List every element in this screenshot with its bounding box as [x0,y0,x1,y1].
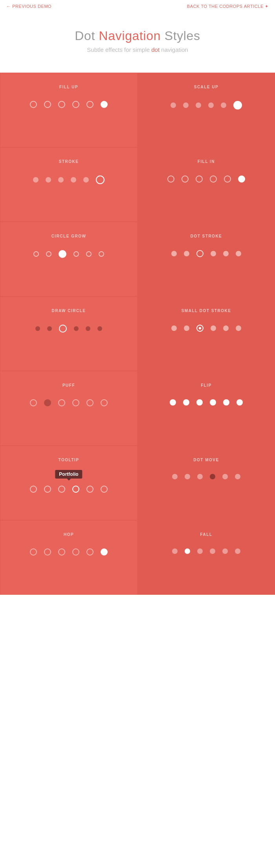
dot[interactable] [58,548,65,556]
dot[interactable] [171,325,177,331]
dot[interactable] [167,175,174,183]
dot[interactable] [72,101,79,108]
dot[interactable] [30,399,37,406]
dot[interactable] [44,548,51,556]
dot[interactable] [223,325,229,331]
dot-active[interactable] [196,325,204,332]
dot[interactable] [86,101,94,108]
dot[interactable] [185,474,190,479]
dot[interactable] [197,474,203,479]
dot[interactable] [211,325,216,331]
dot[interactable] [223,399,229,406]
dot[interactable] [101,399,108,406]
demo-title-small-dot-stroke: SMALL DOT STROKE [182,309,231,313]
dot[interactable] [74,326,79,331]
dot-active[interactable] [72,486,79,493]
dots-hop [30,548,108,556]
dot-active[interactable] [210,474,215,479]
dot[interactable] [46,177,51,183]
dot[interactable] [33,251,39,257]
dot[interactable] [210,175,217,183]
dot[interactable] [236,399,243,406]
dot[interactable] [211,251,216,256]
dot[interactable] [196,399,203,406]
dot[interactable] [33,177,38,183]
dot[interactable] [35,326,40,331]
dot[interactable] [183,102,189,108]
dot[interactable] [224,175,231,183]
dot[interactable] [30,486,37,493]
dot[interactable] [99,251,104,257]
dot[interactable] [184,325,189,331]
dot-active[interactable] [185,548,190,554]
dot[interactable] [182,175,189,183]
dot[interactable] [73,251,79,257]
dot[interactable] [171,251,177,256]
dot[interactable] [44,101,51,108]
prev-demo-link[interactable]: PREVIOUS DEMO [6,4,51,9]
dot[interactable] [72,399,79,406]
demo-dot-stroke: DOT STROKE [138,222,275,296]
dot[interactable] [208,102,214,108]
dot[interactable] [86,486,94,493]
back-to-article-link[interactable]: BACK TO THE CODROPS ARTICLE [187,4,269,9]
dot-active[interactable] [238,175,245,183]
dot[interactable] [170,102,176,108]
dot-active[interactable] [101,101,108,108]
dot[interactable] [71,177,76,183]
dot[interactable] [236,251,241,256]
dot[interactable] [44,486,51,493]
dot[interactable] [58,177,64,183]
dot[interactable] [58,101,65,108]
dot-active[interactable] [96,175,104,184]
demo-title-dot-stroke: DOT STROKE [191,234,222,238]
dot[interactable] [236,325,241,331]
dot-active[interactable] [233,101,242,110]
dot[interactable] [196,102,201,108]
dot[interactable] [72,548,79,556]
dot[interactable] [223,251,229,256]
dot-active[interactable] [59,325,67,333]
demo-fall: FALL [138,520,275,595]
dot[interactable] [46,251,51,257]
dot[interactable] [97,326,102,331]
dot-active[interactable] [196,250,204,257]
title-highlight: Navigation [99,29,161,43]
dot-active[interactable] [101,548,108,556]
demo-small-dot-stroke: SMALL DOT STROKE [138,296,275,371]
dot-active[interactable] [59,250,66,258]
page-title: Dot Navigation Styles [8,29,267,43]
demo-title-draw-circle: DRAW CIRCLE [51,309,86,313]
dot[interactable] [83,177,89,183]
demo-circle-grow: CIRCLE GROW [0,222,138,296]
dot[interactable] [222,474,228,479]
dot[interactable] [86,399,94,406]
dot[interactable] [184,251,189,256]
dot[interactable] [210,399,216,406]
dot[interactable] [58,486,65,493]
dot[interactable] [183,399,189,406]
dot[interactable] [221,102,226,108]
demo-scale-up: SCALE UP [138,73,275,147]
dot[interactable] [210,548,215,554]
dot[interactable] [30,101,37,108]
dot[interactable] [47,326,52,331]
dot[interactable] [235,474,240,479]
dot-active[interactable] [44,399,51,406]
dot[interactable] [222,548,228,554]
dot[interactable] [86,326,90,331]
dot[interactable] [86,251,92,257]
dot[interactable] [58,399,65,406]
dot[interactable] [170,399,176,406]
dots-fill-up [30,101,108,108]
dot[interactable] [101,486,108,493]
dot[interactable] [30,548,37,556]
dots-tooltip [30,486,108,493]
demo-title-stroke: STROKE [59,159,79,164]
dot[interactable] [172,474,178,479]
dot[interactable] [172,548,178,554]
dot[interactable] [235,548,240,554]
dot[interactable] [196,175,203,183]
dot[interactable] [197,548,203,554]
dot[interactable] [86,548,94,556]
